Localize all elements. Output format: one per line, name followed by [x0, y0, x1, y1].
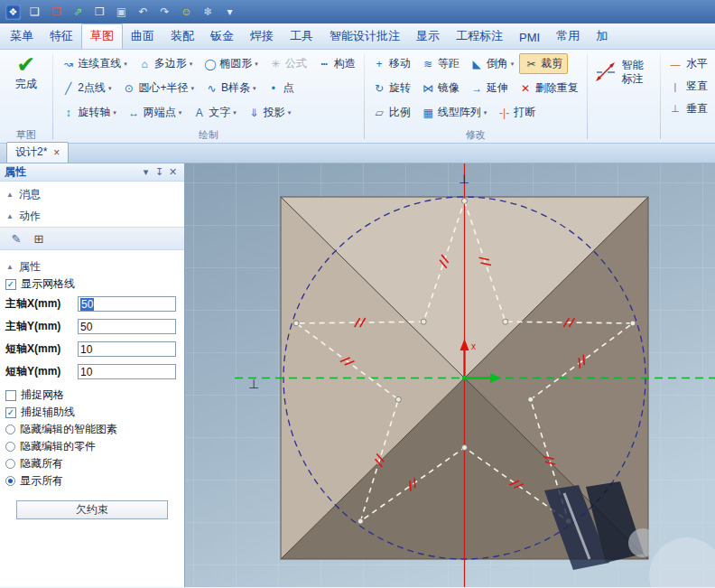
- modify-mirror-button[interactable]: ⋈ 镜像: [416, 78, 465, 98]
- dropdown-caret-icon[interactable]: ▾: [255, 61, 258, 68]
- draw-projection-button[interactable]: ⇓ 投影 ▾: [242, 102, 297, 123]
- minor-axis-x-input[interactable]: [78, 341, 176, 357]
- constraint-horizontal-button[interactable]: — 水平: [664, 52, 713, 75]
- radio-icon[interactable]: [5, 425, 15, 434]
- menu-tab-display[interactable]: 显示: [408, 24, 448, 49]
- section-messages[interactable]: ▲ 消息: [0, 185, 184, 203]
- menu-tab-tools[interactable]: 工具: [282, 24, 321, 49]
- undo-icon[interactable]: ↶: [135, 5, 151, 20]
- dropdown-caret-icon[interactable]: ▾: [179, 109, 182, 117]
- radio-hide-edited-parts[interactable]: 隐藏编辑的零件: [0, 438, 184, 455]
- dropdown-caret-icon[interactable]: ▾: [190, 61, 193, 68]
- draw-point-button[interactable]: • 点: [261, 78, 299, 98]
- import-icon[interactable]: ❒: [92, 5, 107, 20]
- menu-tab-machining[interactable]: 加: [588, 24, 616, 49]
- tab-close-icon[interactable]: ×: [53, 146, 60, 159]
- redo-icon[interactable]: ↷: [157, 5, 172, 20]
- modify-linear-pattern-button[interactable]: ▦ 线型阵列 ▾: [416, 102, 493, 123]
- vertex-handle[interactable]: [462, 199, 468, 204]
- document-tab-design2[interactable]: 设计2* ×: [6, 142, 69, 163]
- dropdown-caret-icon[interactable]: ▾: [511, 61, 515, 68]
- new-file-icon[interactable]: ❏: [27, 5, 42, 20]
- menu-tab-assembly[interactable]: 装配: [162, 24, 202, 49]
- draw-construction-button[interactable]: ┅ 构造: [312, 53, 361, 74]
- section-actions[interactable]: ▲ 动作: [0, 207, 184, 225]
- dropdown-caret-icon[interactable]: ▾: [124, 61, 127, 68]
- vertex-handle[interactable]: [462, 445, 468, 451]
- quickbar-more-icon[interactable]: ▾: [222, 5, 237, 20]
- modify-scale-button[interactable]: ▱ 比例: [367, 102, 416, 123]
- modify-remove-duplicates-button[interactable]: ✕ 删除重复: [514, 78, 584, 98]
- menu-tab-sketch[interactable]: 草图: [81, 23, 123, 49]
- perpendicular-constraint-left[interactable]: ⊥: [248, 377, 259, 391]
- underconstrained-button[interactable]: 欠约束: [16, 500, 168, 519]
- vertex-handle[interactable]: [630, 321, 636, 326]
- draw-ellipse-button[interactable]: ◯ 椭圆形 ▾: [198, 53, 264, 74]
- draw-text-button[interactable]: A 文字 ▾: [187, 102, 242, 123]
- menu-tab-menu[interactable]: 菜单: [2, 24, 42, 49]
- modify-chamfer-button[interactable]: ◣ 倒角 ▾: [465, 53, 520, 74]
- edit-table-icon[interactable]: ⊞: [30, 229, 48, 247]
- vertex-handle[interactable]: [503, 319, 508, 324]
- major-axis-x-input[interactable]: 50: [78, 296, 176, 312]
- modify-break-button[interactable]: -|- 打断: [492, 102, 541, 123]
- checkbox-snap-grid[interactable]: 捕捉网格: [0, 387, 184, 404]
- panel-menu-icon[interactable]: ▾: [139, 166, 153, 178]
- vertex-handle[interactable]: [293, 321, 299, 326]
- sketch-viewport[interactable]: ⊥ ⊥ x: [185, 163, 715, 587]
- menu-tab-welding[interactable]: 焊接: [242, 24, 282, 49]
- drawing-sheet-icon[interactable]: ❐: [49, 5, 64, 20]
- minor-axis-y-input[interactable]: [78, 364, 176, 379]
- modify-trim-button[interactable]: ✂ 裁剪: [519, 53, 568, 74]
- radio-show-all[interactable]: 显示所有: [0, 472, 184, 490]
- dropdown-caret-icon[interactable]: ▾: [108, 85, 112, 92]
- radio-icon[interactable]: [5, 442, 15, 452]
- menu-tab-engineering-dim[interactable]: 工程标注: [448, 24, 511, 49]
- pin-icon[interactable]: ↧: [153, 166, 166, 178]
- vertex-handle[interactable]: [528, 397, 534, 402]
- checkbox-show-grid[interactable]: ✓ 显示网格线: [0, 275, 184, 293]
- dropdown-caret-icon[interactable]: ▾: [190, 85, 194, 92]
- smart-dimension-button[interactable]: 智能标注: [590, 51, 658, 93]
- radio-hide-all[interactable]: 隐藏所有: [0, 455, 184, 472]
- draw-circle-center-radius-button[interactable]: ⊙ 圆心+半径 ▾: [116, 78, 200, 98]
- draw-rotation-axis-button[interactable]: ↕ 旋转轴 ▾: [56, 102, 122, 123]
- radio-selected-icon[interactable]: [5, 476, 15, 486]
- snap-settings-icon[interactable]: ❄: [200, 5, 216, 20]
- assistant-icon[interactable]: ☺: [179, 5, 194, 20]
- draw-bspline-button[interactable]: ∿ B样条 ▾: [200, 78, 262, 98]
- modify-rotate-button[interactable]: ↻ 旋转: [367, 78, 416, 98]
- dropdown-caret-icon[interactable]: ▾: [253, 85, 256, 92]
- menu-tab-pmi[interactable]: PMI: [511, 27, 548, 49]
- draw-two-point-line-button[interactable]: ╱ 2点线 ▾: [56, 78, 116, 98]
- app-logo-icon[interactable]: ❖: [5, 5, 21, 20]
- draw-polygon-button[interactable]: ⌂ 多边形 ▾: [133, 53, 199, 74]
- modify-extend-button[interactable]: → 延伸: [465, 78, 514, 98]
- checkbox-checked-icon[interactable]: ✓: [5, 279, 16, 290]
- menu-tab-sheetmetal[interactable]: 钣金: [202, 24, 242, 49]
- menu-tab-features[interactable]: 特征: [42, 24, 81, 49]
- save-icon[interactable]: ▣: [114, 5, 129, 20]
- export-icon[interactable]: ⇗: [70, 5, 86, 20]
- draw-two-endpoints-button[interactable]: ↔ 两端点 ▾: [122, 102, 188, 123]
- dropdown-caret-icon[interactable]: ▾: [288, 109, 292, 117]
- checkbox-snap-guides[interactable]: ✓ 捕捉辅助线: [0, 404, 184, 421]
- modify-move-button[interactable]: + 移动: [367, 53, 416, 74]
- perpendicular-constraint-top[interactable]: ⊥: [459, 172, 469, 186]
- menu-tab-common[interactable]: 常用: [548, 24, 588, 49]
- dropdown-caret-icon[interactable]: ▾: [113, 109, 116, 117]
- constraint-vertical-button[interactable]: | 竖直: [664, 75, 713, 98]
- radio-hide-smart-elements[interactable]: 隐藏编辑的智能图素: [0, 421, 184, 438]
- finish-button[interactable]: ✔ 完成: [15, 51, 37, 92]
- checkbox-checked-icon[interactable]: ✓: [5, 407, 16, 418]
- checkbox-unchecked-icon[interactable]: [5, 390, 16, 401]
- vertex-handle[interactable]: [421, 319, 426, 324]
- radio-icon[interactable]: [5, 459, 15, 469]
- draw-continuous-line-button[interactable]: ↝ 连续直线 ▾: [56, 53, 133, 74]
- constraint-perpendicular-button[interactable]: ⊥ 垂直: [664, 98, 713, 120]
- panel-close-icon[interactable]: ✕: [166, 166, 180, 178]
- dropdown-caret-icon[interactable]: ▾: [233, 109, 237, 117]
- dropdown-caret-icon[interactable]: ▾: [484, 109, 488, 117]
- vertex-handle[interactable]: [358, 518, 363, 524]
- section-properties[interactable]: ▲ 属性: [0, 257, 184, 275]
